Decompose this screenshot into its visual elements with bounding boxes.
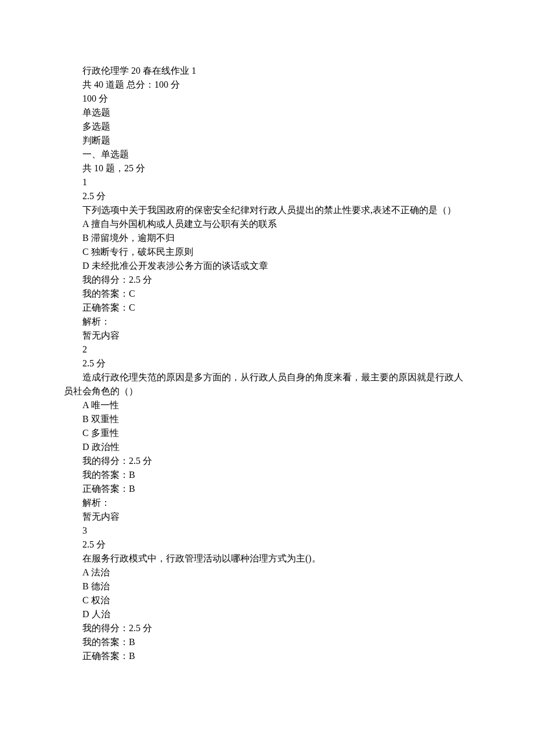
type-single-choice: 单选题 [64, 106, 470, 120]
q2-my-score: 我的得分：2.5 分 [64, 454, 470, 468]
q1-my-answer: 我的答案：C [64, 287, 470, 301]
q2-correct-answer: 正确答案：B [64, 482, 470, 496]
document-page: 行政伦理学 20 春在线作业 1 共 40 道题 总分：100 分 100 分 … [0, 0, 534, 756]
q2-option-d: D 政治性 [64, 440, 470, 454]
q3-option-d: D 人治 [64, 607, 470, 621]
section-1-title: 一、单选题 [64, 147, 470, 161]
q2-number: 2 [64, 343, 470, 357]
q2-explain-body: 暂无内容 [64, 510, 470, 524]
q1-option-d: D 未经批准公开发表涉公务方面的谈话或文章 [64, 259, 470, 273]
q3-points: 2.5 分 [64, 538, 470, 552]
q1-option-c: C 独断专行，破坏民主原则 [64, 245, 470, 259]
q3-correct-answer: 正确答案：B [64, 649, 470, 663]
q2-points: 2.5 分 [64, 357, 470, 370]
q1-explain-label: 解析： [64, 315, 470, 329]
q2-option-b: B 双重性 [64, 412, 470, 426]
q1-option-b: B 滞留境外，逾期不归 [64, 231, 470, 245]
assignment-title: 行政伦理学 20 春在线作业 1 [64, 64, 470, 78]
q3-my-answer: 我的答案：B [64, 635, 470, 649]
q1-correct-answer: 正确答案：C [64, 301, 470, 315]
score-line: 100 分 [64, 92, 470, 106]
q1-stem: 下列选项中关于我国政府的保密安全纪律对行政人员提出的禁止性要求,表述不正确的是（… [64, 203, 470, 217]
type-judge: 判断题 [64, 134, 470, 147]
q1-option-a: A 擅自与外国机构或人员建立与公职有关的联系 [64, 217, 470, 231]
q2-explain-label: 解析： [64, 496, 470, 510]
q1-explain-body: 暂无内容 [64, 329, 470, 343]
q3-number: 3 [64, 524, 470, 538]
q3-my-score: 我的得分：2.5 分 [64, 621, 470, 635]
section-1-subtitle: 共 10 题，25 分 [64, 161, 470, 175]
q3-stem: 在服务行政模式中，行政管理活动以哪种治理方式为主()。 [64, 552, 470, 566]
type-multi-choice: 多选题 [64, 120, 470, 134]
q3-option-b: B 德治 [64, 579, 470, 593]
q1-number: 1 [64, 175, 470, 189]
q3-option-c: C 权治 [64, 593, 470, 607]
q1-my-score: 我的得分：2.5 分 [64, 273, 470, 287]
q2-option-a: A 唯一性 [64, 398, 470, 412]
q1-points: 2.5 分 [64, 189, 470, 203]
question-count-total: 共 40 道题 总分：100 分 [64, 78, 470, 92]
q2-my-answer: 我的答案：B [64, 468, 470, 482]
q2-option-c: C 多重性 [64, 426, 470, 440]
q3-option-a: A 法治 [64, 566, 470, 579]
q2-stem: 造成行政伦理失范的原因是多方面的，从行政人员自身的角度来看，最主要的原因就是行政… [64, 370, 470, 398]
